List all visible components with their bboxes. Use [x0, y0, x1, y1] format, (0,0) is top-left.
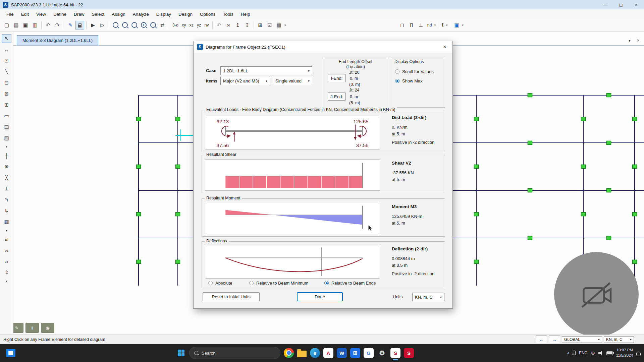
- quick-area-icon[interactable]: ⊞: [2, 101, 11, 109]
- grid-snap-icon[interactable]: ▦: [2, 218, 11, 226]
- frame-section-icon[interactable]: ⊓: [398, 21, 407, 29]
- deflection-diagram[interactable]: [205, 245, 380, 279]
- print-icon[interactable]: ▥: [31, 21, 39, 29]
- tab-moment-diagram[interactable]: Moment 3-3 Diagram (1.2DL+1.6LL): [17, 35, 98, 45]
- perspective-icon[interactable]: ∞: [224, 21, 233, 29]
- zoom-full-icon[interactable]: [120, 21, 129, 29]
- chevron-down-icon[interactable]: ▾: [284, 23, 286, 27]
- dialog-close-icon[interactable]: ×: [437, 41, 452, 53]
- menu-view[interactable]: View: [33, 10, 50, 18]
- draw-joint-icon[interactable]: ⊡: [2, 56, 11, 65]
- quick-frame-icon[interactable]: ⊟: [2, 78, 11, 87]
- dialog-title-bar[interactable]: S Diagrams for Frame Object 22 (FSEC1) ×: [194, 41, 452, 53]
- battery-icon[interactable]: [606, 351, 613, 355]
- minimize-button[interactable]: —: [598, 0, 613, 9]
- relative-beam-ends-radio[interactable]: [324, 281, 329, 285]
- draw-area-icon[interactable]: ⊠: [2, 89, 11, 98]
- previous-step-button[interactable]: ←: [536, 336, 547, 343]
- menu-analyze[interactable]: Analyze: [129, 10, 153, 18]
- acrobat-icon[interactable]: A: [323, 348, 333, 358]
- menu-define[interactable]: Define: [50, 10, 70, 18]
- language-indicator[interactable]: ENG: [579, 351, 588, 355]
- reshape-tool-icon[interactable]: ↔: [2, 45, 11, 54]
- items-select[interactable]: Major (V2 and M3) ▾: [220, 77, 270, 85]
- relative-beam-min-radio[interactable]: [249, 281, 254, 285]
- draw-more2-icon[interactable]: ▨: [2, 134, 11, 142]
- menu-tools[interactable]: Tools: [219, 10, 237, 18]
- snap-intersections-icon[interactable]: ╳: [2, 173, 11, 182]
- pencil-icon[interactable]: ✎: [66, 21, 75, 29]
- snap-perpendicular-icon[interactable]: ⊥: [2, 184, 11, 193]
- menu-edit[interactable]: Edit: [17, 10, 33, 18]
- grid-options-icon[interactable]: ⊞: [256, 21, 265, 29]
- maximize-button[interactable]: ◻: [613, 0, 629, 9]
- move-down-icon[interactable]: ↧: [243, 21, 252, 29]
- menu-select[interactable]: Select: [88, 10, 108, 18]
- chevron-down-icon[interactable]: ▾: [2, 229, 11, 233]
- view-nv-button[interactable]: nv: [203, 22, 211, 28]
- pan-icon[interactable]: ⇄: [158, 21, 167, 29]
- snap-edges-icon[interactable]: ↳: [2, 206, 11, 215]
- zoom-in-icon[interactable]: +: [139, 21, 148, 29]
- google-icon[interactable]: G: [364, 348, 374, 358]
- snap-midpoints-icon[interactable]: ⊕: [2, 162, 11, 171]
- zoom-out-icon[interactable]: −: [149, 21, 157, 29]
- frame-props-icon[interactable]: Π: [407, 21, 416, 29]
- refresh-view-icon[interactable]: ↶: [215, 21, 223, 29]
- menu-design[interactable]: Design: [175, 10, 196, 18]
- undo-icon[interactable]: ↶: [44, 21, 52, 29]
- menu-help[interactable]: Help: [237, 10, 254, 18]
- case-select[interactable]: 1.2DL+1.6LL ▾: [220, 66, 312, 75]
- clear-selection-button[interactable]: clr: [2, 257, 11, 266]
- section-box-icon[interactable]: ▣: [452, 21, 461, 29]
- previous-selection-button[interactable]: ps: [2, 246, 11, 255]
- absolute-radio[interactable]: [208, 281, 213, 285]
- moment-diagram[interactable]: [205, 203, 380, 234]
- view-xy-button[interactable]: xy: [180, 22, 188, 28]
- chrome-icon[interactable]: [284, 348, 294, 358]
- start-button[interactable]: [178, 350, 184, 356]
- view-3d-button[interactable]: 3-d: [171, 22, 180, 28]
- updown-select-icon[interactable]: ⇕: [2, 268, 11, 277]
- menu-options[interactable]: Options: [196, 10, 219, 18]
- tab-close-icon[interactable]: ×: [637, 38, 639, 43]
- draw-more-icon[interactable]: ▤: [2, 123, 11, 131]
- word-icon[interactable]: W: [337, 348, 347, 358]
- status-units-select[interactable]: KN, m, C ▾: [604, 336, 634, 343]
- network-globe-icon[interactable]: ⊕: [591, 350, 595, 356]
- select-all-button[interactable]: all: [2, 235, 11, 244]
- save-model-icon[interactable]: ▣: [21, 21, 30, 29]
- more-display-icon[interactable]: ▧: [275, 21, 283, 29]
- move-up-icon[interactable]: ↥: [233, 21, 242, 29]
- pause-icon[interactable]: ‖: [25, 323, 39, 333]
- settings-gear-icon[interactable]: ⚙: [377, 348, 387, 358]
- fbd-diagram[interactable]: 62.13 37.56 125.65 37.56: [205, 116, 380, 150]
- units-select[interactable]: KN, m, C ▾: [412, 293, 444, 301]
- chevron-down-icon[interactable]: ▾: [2, 145, 11, 149]
- menu-assign[interactable]: Assign: [108, 10, 129, 18]
- reset-units-button[interactable]: Reset to Initial Units: [203, 292, 260, 301]
- chevron-down-icon[interactable]: ▾: [446, 23, 448, 27]
- redo-icon[interactable]: ↷: [53, 21, 62, 29]
- menu-draw[interactable]: Draw: [70, 10, 88, 18]
- open-model-icon[interactable]: ▤: [12, 21, 20, 29]
- edge-icon[interactable]: e: [310, 348, 320, 358]
- view-xz-button[interactable]: xz: [188, 22, 196, 28]
- store-icon[interactable]: ⊞: [350, 348, 360, 358]
- run-analysis-icon[interactable]: ▶: [89, 21, 97, 29]
- close-button[interactable]: ×: [629, 0, 644, 9]
- nd-button[interactable]: nd: [426, 22, 434, 28]
- file-explorer-icon[interactable]: [297, 351, 307, 357]
- new-model-icon[interactable]: ▢: [2, 21, 11, 29]
- support-icon[interactable]: ⊥: [417, 21, 425, 29]
- menu-display[interactable]: Display: [153, 10, 175, 18]
- desktop-peek-icon[interactable]: [6, 349, 15, 357]
- menu-file[interactable]: File: [3, 10, 17, 18]
- scroll-for-values-radio[interactable]: [395, 69, 399, 74]
- run-options-icon[interactable]: ▷: [98, 21, 107, 29]
- s-app-icon[interactable]: S: [404, 348, 414, 358]
- snap-lines-icon[interactable]: ↰: [2, 195, 11, 204]
- shear-diagram[interactable]: [205, 159, 380, 191]
- tab-list-chevron-icon[interactable]: ▾: [629, 38, 631, 43]
- draw-poly-icon[interactable]: ▭: [2, 112, 11, 120]
